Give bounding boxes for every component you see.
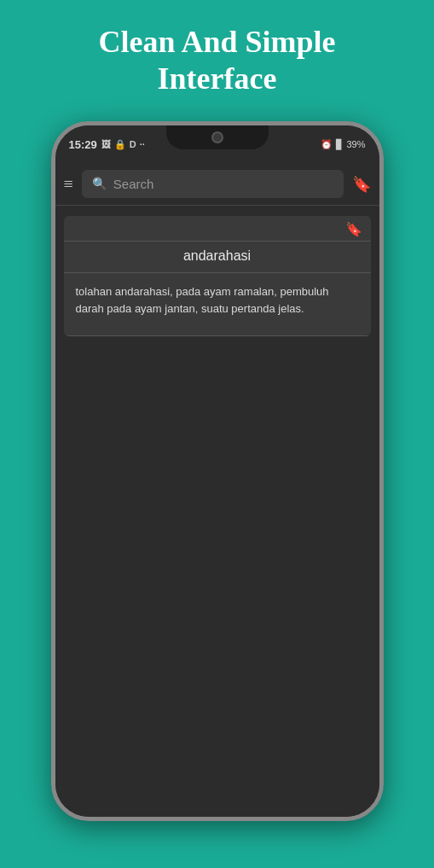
image-icon: 🖼	[101, 139, 111, 149]
top-bar: ≡ 🔍 Search 🔖	[55, 163, 379, 206]
menu-button[interactable]: ≡	[64, 174, 73, 194]
status-right: ⏰ ▊ 39%	[321, 139, 365, 150]
page-background: Clean And Simple Interface 15:29 🖼 🔒 D	[0, 0, 434, 821]
word-definition: tolahan andarahasi, pada ayam ramalan, p…	[64, 273, 371, 327]
status-icons: 🖼 🔒 D ··	[101, 139, 145, 150]
separator	[64, 335, 371, 336]
bookmark-button[interactable]: 🔖	[352, 175, 371, 194]
status-time: 15:29 🖼 🔒 D ··	[69, 138, 145, 151]
battery-label: 39%	[346, 139, 365, 149]
search-placeholder: Search	[113, 177, 154, 191]
lock-icon: 🔒	[114, 139, 126, 150]
battery-icon: ▊	[336, 139, 343, 150]
word-title: andarahasi	[64, 242, 371, 273]
search-icon: 🔍	[92, 177, 107, 191]
word-card: 🔖 andarahasi tolahan andarahasi, pada ay…	[64, 216, 371, 336]
dots-icon: ··	[140, 139, 145, 149]
page-title: Clean And Simple Interface	[0, 0, 434, 114]
alarm-icon: ⏰	[321, 139, 333, 150]
data-icon: D	[130, 139, 136, 149]
card-bookmark-icon[interactable]: 🔖	[345, 221, 362, 237]
word-card-header: 🔖	[64, 216, 371, 242]
search-bar[interactable]: 🔍 Search	[82, 170, 344, 198]
phone-frame: 15:29 🖼 🔒 D ·· ⏰ ▊ 39%	[51, 121, 384, 821]
power-button[interactable]	[380, 305, 384, 373]
app-content: ≡ 🔍 Search 🔖 🔖 andarahasi tolahan andara…	[55, 163, 379, 817]
camera-icon	[211, 131, 223, 143]
volume-down-button[interactable]	[51, 330, 55, 373]
volume-up-button[interactable]	[51, 279, 55, 322]
phone-notch	[166, 125, 269, 149]
phone-wrapper: 15:29 🖼 🔒 D ·· ⏰ ▊ 39%	[0, 121, 434, 821]
